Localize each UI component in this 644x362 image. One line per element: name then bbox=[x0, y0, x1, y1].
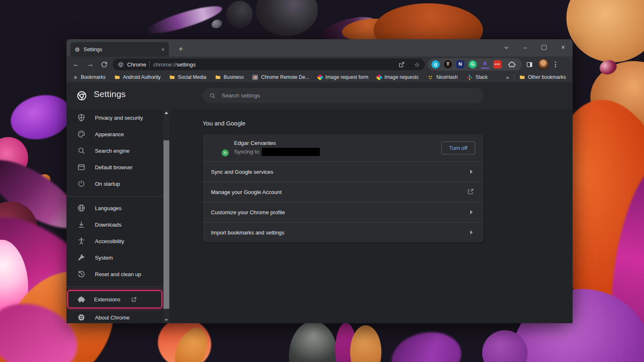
bookmark-folder[interactable]: Android Authority bbox=[114, 74, 161, 80]
bookmark-item[interactable]: ★ Bookmarks bbox=[73, 74, 106, 80]
wallpaper-blob bbox=[223, 0, 256, 31]
wallpaper-blob bbox=[145, 1, 224, 38]
tab-settings[interactable]: ⚙ Settings × bbox=[71, 42, 169, 57]
bookmark-folder[interactable]: Social Media bbox=[169, 74, 206, 80]
tab-close-icon[interactable]: × bbox=[161, 47, 165, 52]
scroll-down-button[interactable] bbox=[163, 317, 170, 323]
wallpaper-blob bbox=[350, 325, 381, 362]
bookmark-item[interactable]: Image requests bbox=[377, 74, 419, 80]
sidebar-item-reset[interactable]: Reset and clean up bbox=[66, 266, 163, 282]
profile-row: ↻ Edgar Cervantes Syncing to Turn off bbox=[203, 134, 483, 161]
address-bar[interactable]: Chrome chrome://settings ☆ bbox=[113, 59, 425, 70]
toolbar: ← → Chrome chrome://settings ☆ g T N G R… bbox=[66, 57, 573, 72]
redacted-email bbox=[262, 148, 320, 156]
folder-icon bbox=[169, 74, 175, 80]
scrollbar[interactable] bbox=[163, 109, 170, 323]
share-icon[interactable] bbox=[395, 59, 407, 70]
url-text: chrome://settings bbox=[153, 62, 196, 68]
sidebar-item-languages[interactable]: Languages bbox=[66, 200, 163, 216]
external-link-icon bbox=[467, 188, 475, 196]
bookmark-item[interactable]: Image request form bbox=[318, 74, 368, 80]
sidebar-item-about[interactable]: About Chrome bbox=[66, 309, 163, 323]
reload-button[interactable] bbox=[98, 58, 111, 71]
menu-kebab-icon[interactable] bbox=[550, 58, 561, 71]
wallpaper-blob bbox=[566, 0, 644, 62]
profile-avatar[interactable] bbox=[538, 59, 549, 70]
extension-icon[interactable]: R bbox=[481, 61, 489, 69]
sidebar-item-system[interactable]: System bbox=[66, 249, 163, 266]
sidebar-item-accessibility[interactable]: Accessibility bbox=[66, 233, 163, 249]
settings-page: Settings Privacy and security Appearance bbox=[66, 82, 573, 323]
minimize-button[interactable]: ─ bbox=[516, 39, 535, 56]
avatar: ↻ bbox=[211, 139, 228, 156]
sidebar-item-default-browser[interactable]: Default browser bbox=[66, 159, 163, 175]
tab-search-chevron-icon[interactable] bbox=[497, 39, 516, 56]
search-icon bbox=[209, 92, 216, 99]
window-controls: ─ × bbox=[497, 39, 573, 56]
sidebar-item-downloads[interactable]: Downloads bbox=[66, 216, 163, 233]
sync-ok-icon: ↻ bbox=[221, 149, 230, 157]
wallpaper-blob bbox=[387, 326, 466, 362]
forms-icon bbox=[376, 74, 383, 80]
section-title: You and Google bbox=[203, 120, 245, 127]
extension-icon[interactable]: N bbox=[456, 60, 464, 69]
forward-button[interactable]: → bbox=[84, 58, 97, 71]
extension-icon[interactable]: T bbox=[444, 60, 452, 69]
bookmark-item[interactable]: Chrome Remote De... bbox=[252, 74, 309, 80]
scrollbar-track[interactable] bbox=[163, 116, 170, 317]
search-input[interactable] bbox=[221, 92, 477, 99]
side-panel-icon[interactable] bbox=[523, 58, 535, 71]
bookmark-folder[interactable]: Business bbox=[215, 74, 244, 80]
chrome-icon bbox=[77, 313, 85, 322]
you-and-google-card: ↻ Edgar Cervantes Syncing to Turn off bbox=[203, 134, 483, 242]
search-icon bbox=[77, 147, 85, 155]
scrollbar-thumb[interactable] bbox=[163, 140, 169, 309]
sidebar-item-on-startup[interactable]: On startup bbox=[66, 175, 163, 192]
accessibility-icon bbox=[77, 237, 85, 245]
sidebar-item-appearance[interactable]: Appearance bbox=[66, 126, 163, 142]
page-title: Settings bbox=[94, 89, 125, 99]
row-sync-google-services[interactable]: Sync and Google services bbox=[203, 161, 483, 182]
turn-off-button[interactable]: Turn off bbox=[441, 142, 475, 154]
other-bookmarks-button[interactable]: Other bookmarks bbox=[519, 74, 566, 80]
extension-icon[interactable]: g bbox=[431, 60, 440, 69]
desktop: { "tab": { "title": "Settings" }, "omnib… bbox=[0, 0, 644, 362]
bookmark-item[interactable]: Slack bbox=[466, 74, 488, 80]
chevron-right-icon bbox=[470, 210, 473, 214]
bookmark-star-icon[interactable]: ☆ bbox=[411, 59, 423, 70]
tab-strip: ⚙ Settings × + ─ × bbox=[66, 39, 573, 57]
nicehash-icon bbox=[427, 74, 433, 80]
maximize-button[interactable] bbox=[535, 39, 554, 56]
settings-search[interactable] bbox=[203, 88, 483, 103]
bookmarks-divider bbox=[514, 74, 514, 80]
chevron-right-icon bbox=[470, 170, 473, 174]
row-import-bookmarks[interactable]: Import bookmarks and settings bbox=[203, 222, 483, 242]
bookmarks-overflow-chevrons[interactable]: » bbox=[506, 74, 509, 80]
close-window-button[interactable]: × bbox=[554, 39, 573, 56]
star-icon: ★ bbox=[73, 75, 78, 80]
scroll-up-button[interactable] bbox=[163, 109, 170, 116]
pinned-extensions: g T N G R ••• bbox=[428, 58, 522, 71]
folder-icon bbox=[114, 74, 120, 80]
sidebar-item-privacy[interactable]: Privacy and security bbox=[66, 109, 163, 126]
extension-icon[interactable]: ••• bbox=[493, 60, 502, 69]
extension-icon[interactable]: G bbox=[469, 60, 477, 69]
omnibox-divider bbox=[149, 61, 150, 68]
sidebar-item-search-engine[interactable]: Search engine bbox=[66, 142, 163, 159]
wallpaper-blob bbox=[289, 321, 338, 362]
back-button[interactable]: ← bbox=[70, 58, 83, 71]
bookmark-item[interactable]: NiceHash bbox=[427, 74, 458, 80]
forms-icon bbox=[317, 74, 324, 80]
sidebar-item-extensions[interactable]: Extensions bbox=[67, 290, 162, 308]
row-manage-google-account[interactable]: Manage your Google Account bbox=[203, 182, 483, 202]
sidebar-separator bbox=[66, 286, 163, 287]
wallpaper-blob bbox=[6, 89, 76, 146]
browser-icon bbox=[77, 163, 85, 171]
profile-name: Edgar Cervantes bbox=[234, 140, 436, 146]
gear-icon: ⚙ bbox=[75, 47, 80, 52]
settings-header: Settings bbox=[66, 82, 573, 109]
row-customize-profile[interactable]: Customize your Chrome profile bbox=[203, 202, 483, 222]
extensions-puzzle-icon[interactable] bbox=[506, 58, 518, 71]
remote-desktop-icon bbox=[252, 75, 258, 80]
new-tab-button[interactable]: + bbox=[175, 43, 187, 55]
